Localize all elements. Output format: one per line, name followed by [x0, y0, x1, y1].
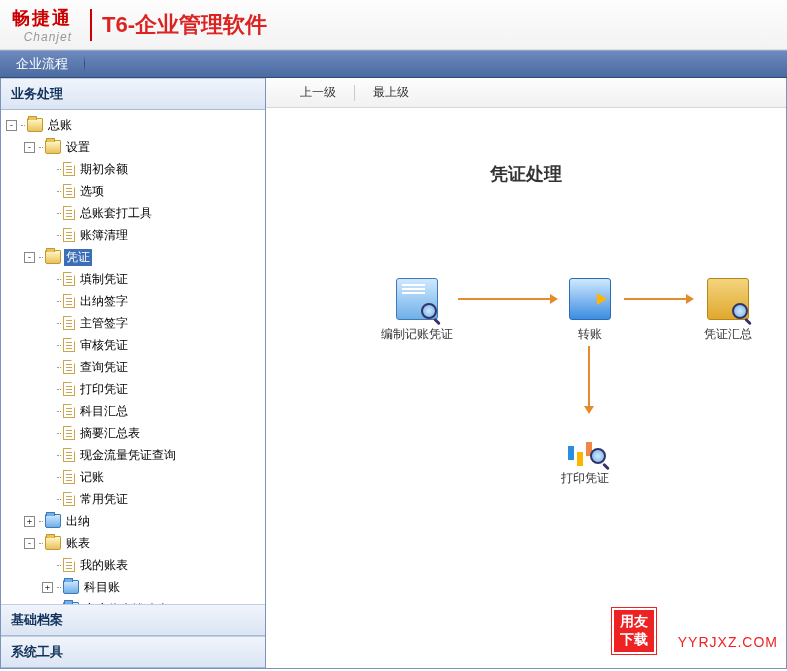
nav-tree: -总账-设置期初余额选项总账套打工具账簿清理-凭证填制凭证出纳签字主管签字审核凭…: [2, 113, 264, 604]
wf-label: 转账: [578, 326, 602, 343]
tree-node-label: 我的账表: [78, 557, 130, 574]
wf-node-print-voucher[interactable]: 打印凭证: [561, 422, 609, 487]
vendor-name-cn: 畅捷通: [12, 6, 72, 30]
tree-node-label: 总账套打工具: [78, 205, 154, 222]
watermark-url: YYRJXZ.COM: [672, 630, 784, 654]
folder-icon: [27, 118, 43, 132]
tree-node-label: 常用凭证: [78, 491, 130, 508]
tree-node[interactable]: -设置: [2, 135, 264, 157]
tree-node[interactable]: 科目汇总: [2, 399, 264, 421]
tree-node-label: 账簿清理: [78, 227, 130, 244]
collapse-icon[interactable]: -: [24, 252, 35, 263]
tree-node[interactable]: 出纳签字: [2, 289, 264, 311]
breadcrumb-up[interactable]: 上一级: [288, 82, 348, 103]
section-archive[interactable]: 基础档案: [1, 604, 265, 636]
breadcrumb-top[interactable]: 最上级: [361, 82, 421, 103]
tree-node[interactable]: 我的账表: [2, 553, 264, 575]
document-icon: [63, 448, 75, 462]
document-icon: [63, 294, 75, 308]
tree-node[interactable]: 现金流量凭证查询: [2, 443, 264, 465]
logo-separator: [90, 9, 92, 41]
document-icon: [63, 492, 75, 506]
document-icon: [63, 558, 75, 572]
tree-node[interactable]: -凭证: [2, 245, 264, 267]
tree-node-label: 出纳签字: [78, 293, 130, 310]
tree-node[interactable]: 主管签字: [2, 311, 264, 333]
tree-node[interactable]: 摘要汇总表: [2, 421, 264, 443]
chart-magnifier-icon: [564, 422, 606, 464]
tree-node[interactable]: -账表: [2, 531, 264, 553]
tree-panel[interactable]: -总账-设置期初余额选项总账套打工具账簿清理-凭证填制凭证出纳签字主管签字审核凭…: [1, 110, 265, 604]
tree-node[interactable]: +出纳: [2, 509, 264, 531]
tree-node[interactable]: 总账套打工具: [2, 201, 264, 223]
tree-node-label: 审核凭证: [78, 337, 130, 354]
wf-node-transfer[interactable]: 转账: [569, 278, 611, 343]
expand-icon[interactable]: +: [24, 516, 35, 527]
summary-sheet-icon: [707, 278, 749, 320]
tree-node-label: 凭证: [64, 249, 92, 266]
tree-node-label: 现金流量凭证查询: [78, 447, 178, 464]
document-icon: [63, 382, 75, 396]
folder-icon: [45, 536, 61, 550]
folder-icon: [45, 140, 61, 154]
menu-enterprise-flow[interactable]: 企业流程: [0, 51, 84, 77]
tree-node-label: 科目汇总: [78, 403, 130, 420]
tree-node[interactable]: 打印凭证: [2, 377, 264, 399]
collapse-icon[interactable]: -: [24, 538, 35, 549]
tree-node-label: 主管签字: [78, 315, 130, 332]
arrow-2-to-3: [624, 298, 686, 300]
document-icon: [63, 272, 75, 286]
wf-node-compose-voucher[interactable]: 编制记账凭证: [381, 278, 453, 343]
tree-node[interactable]: 选项: [2, 179, 264, 201]
tree-node[interactable]: +客户往来辅助账: [2, 597, 264, 604]
tree-node-label: 查询凭证: [78, 359, 130, 376]
magnifier-icon: [590, 448, 608, 466]
vendor-name-en: Chanjet: [12, 30, 72, 44]
magnifier-icon: [421, 303, 439, 321]
tree-node[interactable]: 审核凭证: [2, 333, 264, 355]
tree-node-label: 记账: [78, 469, 106, 486]
magnifier-icon: [732, 303, 750, 321]
folder-arrow-icon: [569, 278, 611, 320]
tree-node-label: 选项: [78, 183, 106, 200]
document-icon: [63, 404, 75, 418]
tree-node[interactable]: 查询凭证: [2, 355, 264, 377]
expand-icon[interactable]: +: [42, 582, 53, 593]
tree-node[interactable]: 记账: [2, 465, 264, 487]
tree-node[interactable]: -总账: [2, 113, 264, 135]
tree-node-label: 打印凭证: [78, 381, 130, 398]
tree-node[interactable]: 期初余额: [2, 157, 264, 179]
breadcrumb: 上一级 最上级: [266, 78, 786, 108]
menu-separator: [84, 55, 85, 73]
content-panel: 上一级 最上级 凭证处理 编制记账凭证 转账 凭证汇总 打印凭证: [266, 78, 786, 668]
app-body: 业务处理 -总账-设置期初余额选项总账套打工具账簿清理-凭证填制凭证出纳签字主管…: [0, 78, 787, 669]
tree-node-label: 摘要汇总表: [78, 425, 142, 442]
document-icon: [63, 426, 75, 440]
collapse-icon[interactable]: -: [6, 120, 17, 131]
collapse-icon[interactable]: -: [24, 142, 35, 153]
breadcrumb-separator: [354, 85, 355, 101]
tree-node[interactable]: 填制凭证: [2, 267, 264, 289]
section-tools[interactable]: 系统工具: [1, 636, 265, 668]
workflow-title: 凭证处理: [490, 162, 562, 186]
tree-node[interactable]: 常用凭证: [2, 487, 264, 509]
tree-node-label: 期初余额: [78, 161, 130, 178]
document-icon: [63, 360, 75, 374]
document-icon: [63, 316, 75, 330]
document-icon: [63, 470, 75, 484]
tree-node-label: 填制凭证: [78, 271, 130, 288]
wf-node-voucher-summary[interactable]: 凭证汇总: [704, 278, 752, 343]
watermark-badge: 用友 下载: [612, 608, 656, 654]
app-header: 畅捷通 Chanjet T6-企业管理软件: [0, 0, 787, 50]
document-icon: [63, 206, 75, 220]
sidebar: 业务处理 -总账-设置期初余额选项总账套打工具账簿清理-凭证填制凭证出纳签字主管…: [1, 78, 266, 668]
menubar: 企业流程: [0, 50, 787, 78]
workflow-canvas: 凭证处理 编制记账凭证 转账 凭证汇总 打印凭证 用友 下载 YYRJXZ: [266, 108, 786, 668]
document-icon: [63, 162, 75, 176]
wf-label: 编制记账凭证: [381, 326, 453, 343]
document-icon: [63, 338, 75, 352]
tree-node[interactable]: 账簿清理: [2, 223, 264, 245]
folder-icon: [45, 250, 61, 264]
section-business[interactable]: 业务处理: [1, 78, 265, 110]
tree-node[interactable]: +科目账: [2, 575, 264, 597]
